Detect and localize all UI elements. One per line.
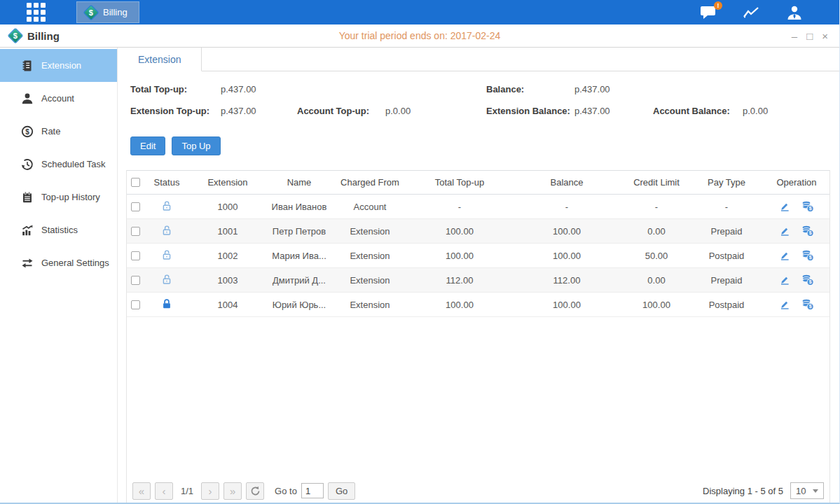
sidebar-item-rate[interactable]: $Rate [0, 115, 117, 148]
sidebar-item-general-settings[interactable]: General Settings [0, 246, 117, 279]
extension-cell: 1003 [190, 275, 266, 286]
sidebar-item-label: General Settings [41, 258, 109, 268]
top-up-coins-icon[interactable]: $ [801, 201, 814, 212]
total-topup-value: p.437.00 [221, 84, 256, 94]
minimize-icon[interactable]: – [792, 31, 797, 41]
sidebar-item-scheduled-task[interactable]: Scheduled Task [0, 148, 117, 181]
edit-icon[interactable] [779, 299, 790, 310]
row-checkbox[interactable] [131, 300, 140, 309]
row-checkbox[interactable] [131, 227, 140, 236]
account-balance-label: Account Balance: [653, 106, 730, 116]
status-cell [144, 298, 190, 312]
pagination-info: Displaying 1 - 5 of 5 10 [703, 482, 824, 499]
operation-cell: $ [762, 274, 832, 286]
lock-closed-icon [161, 298, 172, 309]
extension-topup-label: Extension Top-up: [130, 106, 209, 116]
select-all-checkbox[interactable] [131, 178, 140, 187]
trial-notice: Your trial period ends on: 2017-02-24 [339, 30, 501, 41]
last-page-button[interactable]: » [223, 482, 242, 500]
charged-from-cell: Account [333, 202, 407, 212]
row-checkbox[interactable] [131, 202, 140, 211]
page-size-select[interactable]: 10 [790, 482, 824, 499]
pay-type-cell: - [691, 202, 762, 212]
charged-from-cell: Extension [333, 275, 407, 286]
edit-icon[interactable] [779, 225, 790, 237]
prev-page-button[interactable]: ‹ [155, 482, 173, 500]
sidebar-item-top-up-history[interactable]: Top-up History [0, 181, 117, 214]
extension-topup-value: p.437.00 [221, 106, 256, 116]
top-up-coins-icon[interactable]: $ [801, 225, 814, 237]
table-row: 1004Юрий Юрь...Extension100.00100.00100.… [127, 293, 829, 317]
balance-cell: 100.00 [512, 300, 621, 310]
table-empty-space [127, 317, 829, 479]
operation-cell: $ [762, 299, 832, 310]
pay-type-cell: Postpaid [691, 251, 762, 261]
chevron-down-icon [813, 489, 818, 493]
row-checkbox[interactable] [131, 251, 140, 260]
edit-icon[interactable] [779, 201, 790, 212]
total-topup-label: Total Top-up: [130, 84, 187, 94]
goto-page-input[interactable] [301, 483, 324, 498]
topbar-app-tab-billing[interactable]: $ Billing [76, 1, 139, 23]
pay-type-cell: Prepaid [691, 226, 762, 237]
edit-icon[interactable] [779, 250, 790, 261]
top-up-coins-icon[interactable]: $ [801, 274, 814, 286]
tab-extension[interactable]: Extension [118, 48, 202, 71]
status-cell [144, 225, 190, 238]
column-header: Charged From [333, 177, 407, 188]
lock-open-icon [161, 225, 172, 236]
ledger-icon [21, 59, 34, 72]
user-account-icon[interactable] [786, 5, 803, 20]
status-cell [144, 274, 190, 287]
status-cell [144, 249, 190, 262]
next-page-button[interactable]: › [201, 482, 219, 500]
bar-chart-icon [21, 224, 34, 237]
title-left: $ Billing [10, 30, 60, 42]
charged-from-cell: Extension [333, 300, 407, 310]
sidebar-item-account[interactable]: Account [0, 82, 117, 115]
table-body: 1000Иван ИвановAccount----$1001Петр Петр… [127, 195, 829, 317]
svg-text:$: $ [809, 279, 812, 285]
top-up-coins-icon[interactable]: $ [801, 299, 814, 310]
row-checkbox[interactable] [131, 276, 140, 285]
messages-icon[interactable]: ! [700, 5, 717, 20]
sidebar-item-label: Account [41, 93, 74, 104]
sidebar-item-extension[interactable]: Extension [0, 49, 117, 82]
maximize-icon[interactable]: □ [806, 31, 813, 41]
sidebar: ExtensionAccount$RateScheduled TaskTop-u… [0, 48, 118, 503]
edit-button[interactable]: Edit [130, 136, 165, 155]
total-topup-cell: 100.00 [407, 300, 512, 310]
monitor-chart-icon[interactable] [743, 5, 761, 20]
lock-open-icon [161, 200, 172, 211]
go-button[interactable]: Go [328, 482, 355, 500]
total-topup-cell: 100.00 [407, 251, 512, 261]
sidebar-item-statistics[interactable]: Statistics [0, 214, 117, 246]
table-row: 1003Дмитрий Д...Extension112.00112.000.0… [127, 268, 829, 293]
credit-limit-cell: 0.00 [621, 226, 691, 237]
displaying-text: Displaying 1 - 5 of 5 [703, 486, 783, 496]
column-header: Credit Limit [621, 177, 691, 188]
row-checkbox-cell [127, 251, 144, 260]
dollar-circle-icon: $ [21, 125, 34, 138]
clock-history-icon [21, 158, 34, 171]
column-header: Name [266, 177, 333, 188]
page-size-value: 10 [796, 486, 806, 496]
name-cell: Петр Петров [266, 226, 333, 237]
top-up-button[interactable]: Top Up [172, 136, 220, 155]
balance-cell: 100.00 [512, 226, 621, 237]
close-icon[interactable]: × [822, 31, 828, 41]
billing-diamond-icon: $ [8, 28, 24, 44]
first-page-button[interactable]: « [132, 482, 151, 500]
table-header: StatusExtensionNameCharged FromTotal Top… [127, 170, 829, 195]
apps-grid-icon[interactable] [27, 3, 46, 22]
refresh-button[interactable] [246, 482, 264, 500]
app-body: ExtensionAccount$RateScheduled TaskTop-u… [0, 48, 839, 503]
edit-icon[interactable] [779, 274, 790, 286]
column-header: Total Top-up [407, 177, 512, 188]
name-cell: Мария Ива... [266, 251, 333, 261]
page-indicator: 1/1 [181, 486, 193, 496]
svg-text:$: $ [809, 304, 812, 309]
top-up-coins-icon[interactable]: $ [801, 250, 814, 261]
account-topup-label: Account Top-up: [297, 106, 369, 116]
transfer-arrows-icon [21, 257, 34, 270]
